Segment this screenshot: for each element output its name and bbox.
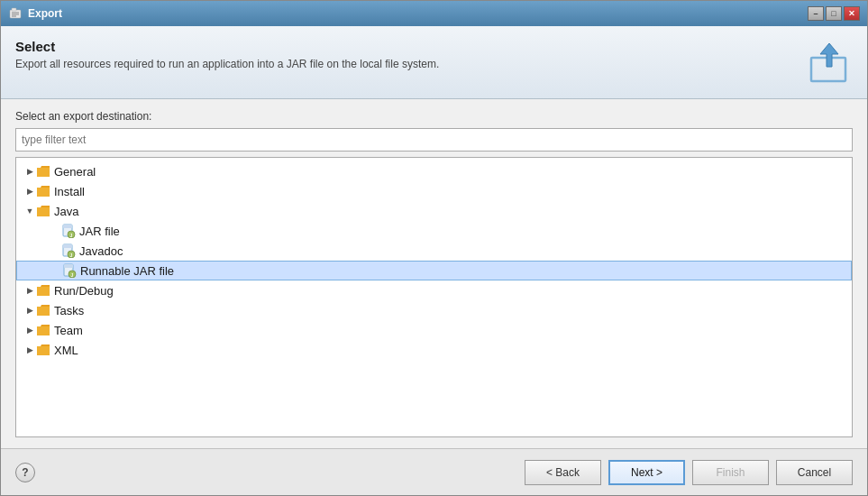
svg-text:J: J bbox=[70, 253, 73, 258]
tree-item-run-debug[interactable]: ▶ Run/Debug bbox=[16, 280, 852, 300]
tree-label-run-debug: Run/Debug bbox=[54, 284, 114, 298]
chevron-runnable-jar bbox=[50, 264, 62, 277]
folder-icon-tasks bbox=[36, 304, 50, 317]
chevron-javadoc bbox=[49, 244, 61, 257]
chevron-team: ▶ bbox=[23, 324, 36, 336]
svg-rect-16 bbox=[64, 264, 73, 268]
tree-item-javadoc[interactable]: J Javadoc bbox=[16, 241, 852, 261]
chevron-tasks: ▶ bbox=[23, 304, 36, 317]
file-icon-javadoc: J bbox=[61, 243, 76, 258]
content-section: Select an export destination: ▶ General … bbox=[1, 99, 867, 448]
titlebar-controls: – □ ✕ bbox=[808, 6, 860, 21]
tree-item-general[interactable]: ▶ General bbox=[16, 161, 852, 181]
header-description: Export all resources required to run an … bbox=[15, 58, 439, 70]
svg-marker-6 bbox=[820, 43, 838, 67]
chevron-java: ▼ bbox=[23, 205, 36, 217]
folder-icon-java bbox=[36, 205, 50, 217]
tree-label-install: Install bbox=[54, 185, 85, 198]
tree-label-team: Team bbox=[54, 324, 83, 337]
footer-buttons: < Back Next > Finish Cancel bbox=[525, 460, 853, 485]
chevron-jar-file bbox=[49, 225, 61, 237]
footer-left: ? bbox=[15, 463, 35, 482]
svg-rect-1 bbox=[12, 8, 16, 11]
destination-label: Select an export destination: bbox=[15, 110, 853, 123]
tree-label-runnable-jar: Runnable JAR file bbox=[80, 264, 174, 278]
svg-text:J: J bbox=[70, 233, 73, 238]
folder-icon-general bbox=[36, 165, 50, 178]
header-text: Select Export all resources required to … bbox=[15, 39, 439, 70]
tree-item-install[interactable]: ▶ Install bbox=[16, 181, 852, 201]
maximize-button[interactable]: □ bbox=[826, 6, 842, 21]
tree-label-javadoc: Javadoc bbox=[79, 244, 123, 258]
header-section: Select Export all resources required to … bbox=[1, 26, 867, 99]
titlebar-icon bbox=[8, 6, 23, 21]
svg-rect-12 bbox=[63, 244, 72, 248]
folder-icon-install bbox=[36, 185, 50, 197]
tree-label-jar-file: JAR file bbox=[79, 225, 120, 238]
titlebar: Export – □ ✕ bbox=[1, 1, 867, 26]
tree-container[interactable]: ▶ General ▶ Install ▼ Java bbox=[15, 157, 853, 437]
chevron-xml: ▶ bbox=[23, 344, 36, 356]
tree-item-jar-file[interactable]: J JAR file bbox=[16, 221, 852, 241]
svg-text:J: J bbox=[71, 272, 74, 278]
chevron-general: ▶ bbox=[23, 165, 36, 178]
minimize-button[interactable]: – bbox=[808, 6, 824, 21]
next-button[interactable]: Next > bbox=[608, 460, 685, 485]
tree-item-team[interactable]: ▶ Team bbox=[16, 320, 852, 340]
titlebar-title: Export bbox=[28, 7, 62, 20]
svg-rect-8 bbox=[63, 225, 72, 228]
back-button[interactable]: < Back bbox=[525, 460, 601, 485]
chevron-run-debug: ▶ bbox=[23, 284, 36, 297]
file-icon-runnable-jar: J bbox=[62, 263, 77, 278]
tree-item-runnable-jar[interactable]: J Runnable JAR file bbox=[16, 261, 852, 280]
cancel-button[interactable]: Cancel bbox=[776, 460, 853, 485]
close-button[interactable]: ✕ bbox=[844, 6, 860, 21]
filter-input[interactable] bbox=[15, 128, 853, 152]
export-icon bbox=[806, 39, 853, 86]
chevron-install: ▶ bbox=[23, 185, 36, 197]
tree-label-general: General bbox=[54, 165, 96, 179]
footer: ? < Back Next > Finish Cancel bbox=[1, 448, 867, 495]
file-icon-jar: J bbox=[61, 224, 76, 238]
export-dialog: Export – □ ✕ Select Export all resources… bbox=[0, 0, 868, 496]
help-button[interactable]: ? bbox=[15, 463, 35, 482]
finish-button[interactable]: Finish bbox=[692, 460, 769, 485]
folder-icon-team bbox=[36, 324, 50, 336]
tree-label-java: Java bbox=[54, 205, 78, 218]
tree-label-xml: XML bbox=[54, 344, 78, 357]
header-title: Select bbox=[15, 39, 439, 54]
tree-label-tasks: Tasks bbox=[54, 304, 84, 317]
folder-icon-run-debug bbox=[36, 284, 50, 297]
tree-item-tasks[interactable]: ▶ Tasks bbox=[16, 300, 852, 320]
tree-item-java[interactable]: ▼ Java bbox=[16, 201, 852, 221]
folder-icon-xml bbox=[36, 344, 50, 356]
tree-item-xml[interactable]: ▶ XML bbox=[16, 340, 852, 360]
